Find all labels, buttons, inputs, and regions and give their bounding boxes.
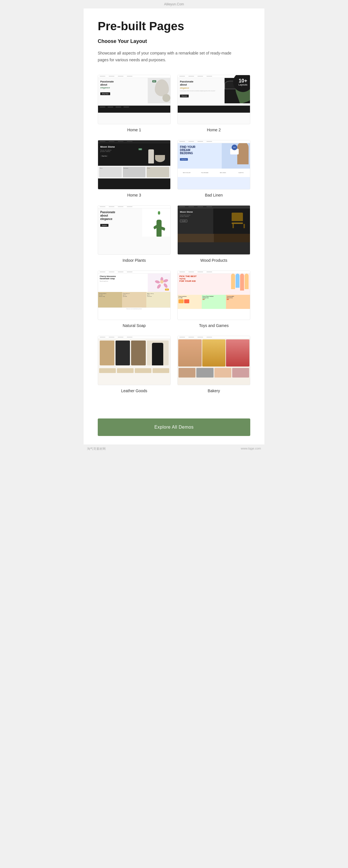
layout-thumb-home1: Passionateaboutelegance Shop Now $99: [98, 75, 171, 124]
layout-item-home2[interactable]: 10+ Layouts Passionateabout elegance Lor…: [177, 75, 250, 132]
watermark-bottom-left: 淘气哥素材网: [87, 447, 106, 451]
layout-thumb-toys: PICK THE BESTTOYSFOR YOUR KID Great prod…: [177, 271, 250, 320]
layout-thumb-indoor: Passionateaboutelegance Explore: [98, 205, 171, 255]
layout-thumb-home3: Moon Stone Discover the authenticgemston…: [98, 140, 171, 189]
layout-item-indoor[interactable]: Passionateaboutelegance Explore Indoor P…: [98, 205, 171, 262]
layout-label-bakery: Bakery: [208, 389, 220, 393]
layout-thumb-soap: Cherry blossomshandmade soap Natural ing…: [98, 271, 171, 320]
section-description: Showcase all aspects of your company wit…: [98, 50, 239, 64]
layout-label-soap: Natural Soap: [123, 323, 146, 328]
layout-thumb-bakery: [177, 336, 250, 385]
layout-thumb-badlinen: FIND YOURDREAMBEDDING Shop Now $30 BEST …: [177, 140, 250, 189]
layout-label-badlinen: Bad Linen: [205, 193, 223, 197]
layout-label-wood: Wood Products: [200, 258, 227, 262]
layout-label-home2: Home 2: [207, 128, 221, 132]
explore-btn-container: Explore All Demos: [84, 410, 264, 444]
watermark-bottom: 淘气哥素材网 www.tqge.com: [84, 444, 264, 453]
layout-thumb-home2: 10+ Layouts Passionateabout elegance Lor…: [177, 75, 250, 124]
layout-label-toys: Toys and Games: [199, 323, 229, 328]
layout-label-leather: Leather Goods: [121, 389, 147, 393]
page-title: Pre-built Pages: [98, 20, 250, 33]
layout-item-wood[interactable]: Moon Stone Handcrafted woodenfurniture c…: [177, 205, 250, 262]
layout-item-bakery[interactable]: Bakery: [177, 336, 250, 393]
layouts-grid: Passionateaboutelegance Shop Now $99: [98, 75, 250, 393]
section-subtitle: Choose Your Layout: [98, 38, 250, 44]
watermark-top: Alileyun.Com: [84, 0, 264, 8]
layout-thumb-leather: [98, 336, 171, 385]
layout-label-home1: Home 1: [127, 128, 141, 132]
layout-label-indoor: Indoor Plants: [123, 258, 146, 262]
main-container: Pre-built Pages Choose Your Layout Showc…: [84, 8, 264, 410]
layout-thumb-wood: Moon Stone Handcrafted woodenfurniture c…: [177, 205, 250, 255]
layout-item-leather[interactable]: Leather Goods: [98, 336, 171, 393]
layout-item-toys[interactable]: PICK THE BESTTOYSFOR YOUR KID Great prod…: [177, 271, 250, 328]
layout-item-home3[interactable]: Moon Stone Discover the authenticgemston…: [98, 140, 171, 197]
layout-item-home1[interactable]: Passionateaboutelegance Shop Now $99: [98, 75, 171, 132]
layout-label-home3: Home 3: [127, 193, 141, 197]
layout-item-soap[interactable]: Cherry blossomshandmade soap Natural ing…: [98, 271, 171, 328]
layout-item-badlinen[interactable]: FIND YOURDREAMBEDDING Shop Now $30 BEST …: [177, 140, 250, 197]
watermark-bottom-right: www.tqge.com: [241, 447, 261, 451]
explore-all-demos-button[interactable]: Explore All Demos: [98, 418, 250, 436]
